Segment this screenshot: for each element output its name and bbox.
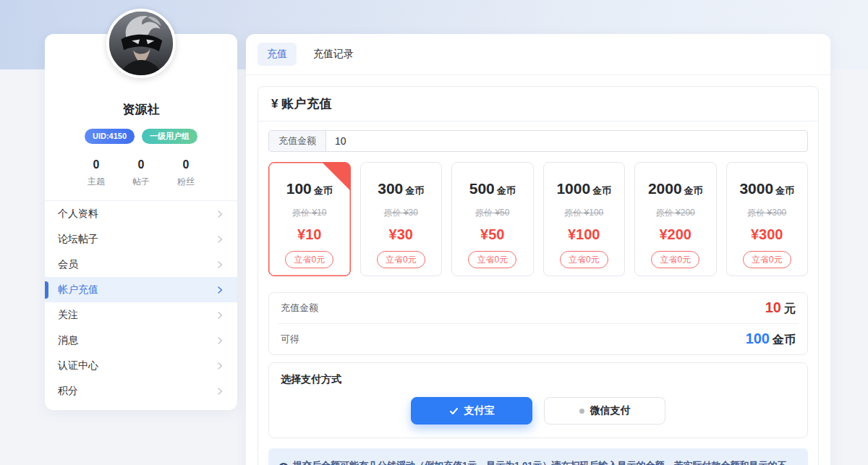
menu-item-label: 积分 [58,385,78,398]
package-save-pill: 立省0元 [285,251,333,268]
chevron-right-icon [216,260,224,269]
package-coins-unit: 金币 [592,185,611,196]
payment-method-button[interactable]: 支付宝 [411,397,532,425]
summary-coins-label: 可得 [281,333,299,346]
tab-bar: 充值充值记录 [246,34,830,75]
avatar [106,9,176,78]
tab[interactable]: 充值 [258,43,297,66]
package-price: ¥300 [727,226,808,243]
user-badge: 一级用户组 [142,129,197,144]
package-coins-unit: 金币 [314,185,333,196]
chevron-right-icon [216,210,224,218]
summary-amount-label: 充值金额 [281,302,318,315]
sidebar-menu-item[interactable]: 积分 [45,378,237,404]
recharge-amount-input-group: 充值金额 [268,130,808,152]
package-coins: 3000金币 [727,180,808,197]
payment-methods: 支付宝 微信支付 [281,397,796,425]
sidebar-menu-item[interactable]: 消息 [45,328,237,353]
account-recharge-panel: ¥账户充值 充值金额 100金币 原价 ¥10 ¥10 立省0元 300金 [258,86,819,465]
package-grid: 100金币 原价 ¥10 ¥10 立省0元 300金币 原价 ¥30 ¥30 立… [268,162,808,276]
package-card[interactable]: 1000金币 原价 ¥100 ¥100 立省0元 [543,162,626,276]
stat-item: 0 主题 [84,158,109,188]
package-coins-number: 100 [286,180,312,197]
package-card[interactable]: 2000金币 原价 ¥200 ¥200 立省0元 [634,162,717,276]
recharge-notice: i提交后金额可能有几分钱浮动（例如充值1元，显示为1.01元）请在扫码后输入显示… [268,448,808,465]
menu-item-label: 个人资料 [58,208,98,221]
chevron-right-icon [216,286,224,294]
summary-coins-unit: 金币 [773,333,796,346]
package-coins-unit: 金币 [405,185,424,196]
stat-label: 主题 [84,176,109,188]
package-card[interactable]: 500金币 原价 ¥50 ¥50 立省0元 [451,162,534,276]
summary-row-amount: 充值金额 10元 [269,293,807,323]
radio-dot-icon [579,409,584,414]
tab[interactable]: 充值记录 [304,43,363,66]
menu-item-label: 关注 [58,309,78,322]
chevron-right-icon [216,336,224,345]
sidebar-menu-item[interactable]: 个人资料 [45,201,237,226]
chevron-right-icon [216,311,224,320]
package-price: ¥10 [269,226,350,243]
summary-row-coins: 可得 100金币 [269,324,807,354]
yen-icon: ¥ [271,97,278,111]
menu-item-label: 会员 [58,258,78,271]
menu-item-label: 论坛帖子 [58,233,98,246]
package-price: ¥50 [452,226,533,243]
recharge-main-card: 充值充值记录 ¥账户充值 充值金额 100金币 原价 ¥10 ¥10 立省0元 [246,34,830,465]
payment-method-button[interactable]: 微信支付 [544,397,665,425]
package-original-price: 原价 ¥300 [727,207,808,219]
avatar-image [109,12,173,75]
package-coins: 2000金币 [635,180,716,197]
stat-value: 0 [129,158,153,171]
payment-method-label: 微信支付 [590,404,631,417]
active-indicator-bar [45,281,48,299]
menu-item-label: 消息 [58,334,78,347]
stat-label: 粉丝 [174,176,198,188]
amount-input-prefix-label: 充值金额 [269,131,326,151]
package-original-price: 原价 ¥200 [635,207,716,219]
package-coins-number: 1000 [556,180,590,197]
sidebar-menu-item[interactable]: 帐户充值 [45,277,237,302]
package-save-pill: 立省0元 [468,251,516,268]
stat-item: 0 帖子 [129,158,153,188]
package-coins-unit: 金币 [497,185,516,196]
package-card[interactable]: 300金币 原价 ¥30 ¥30 立省0元 [360,162,443,276]
package-card[interactable]: 3000金币 原价 ¥300 ¥300 立省0元 [726,162,809,276]
package-coins-number: 2000 [648,180,682,197]
package-original-price: 原价 ¥100 [544,207,625,219]
package-save-pill: 立省0元 [743,251,791,268]
username: 资源社 [45,101,237,118]
package-coins-number: 500 [469,180,495,197]
summary-amount-number: 10 [765,299,781,315]
payment-section-title: 选择支付方式 [281,373,796,386]
package-coins: 500金币 [452,180,533,197]
stats-row: 0 主题 0 帖子 0 粉丝 [45,158,237,188]
sidebar-menu-item[interactable]: 关注 [45,302,237,328]
stat-value: 0 [84,158,109,171]
package-card[interactable]: 100金币 原价 ¥10 ¥10 立省0元 [268,162,351,276]
recharge-amount-input[interactable] [326,131,807,151]
chevron-right-icon [216,387,224,396]
package-save-pill: 立省0元 [560,251,608,268]
badge-row: UID:4150一级用户组 [45,129,237,144]
notice-text: 提交后金额可能有几分钱浮动（例如充值1元，显示为1.01元）请在扫码后输入显示的… [278,460,787,465]
stat-value: 0 [174,158,198,171]
package-coins-number: 3000 [739,180,773,197]
package-coins-unit: 金币 [775,185,794,196]
sidebar-menu-item[interactable]: 会员 [45,252,237,277]
chevron-right-icon [216,235,224,244]
package-coins: 1000金币 [544,180,625,197]
profile-sidebar: 资源社 UID:4150一级用户组 0 主题 0 帖子 0 粉丝 个人资料 [45,34,237,410]
panel-title: ¥账户充值 [258,87,818,121]
menu-item-label: 认证中心 [58,359,98,372]
sidebar-menu-item[interactable]: 认证中心 [45,353,237,378]
package-price: ¥200 [635,226,716,243]
package-price: ¥100 [544,226,625,243]
package-original-price: 原价 ¥50 [452,207,533,219]
package-original-price: 原价 ¥10 [269,207,350,219]
payment-card: 选择支付方式 支付宝 [268,362,808,438]
sidebar-menu-item[interactable]: 论坛帖子 [45,226,237,252]
user-badge: UID:4150 [85,129,135,144]
menu-item-label: 帐户充值 [58,283,98,297]
package-coins: 300金币 [361,180,442,197]
